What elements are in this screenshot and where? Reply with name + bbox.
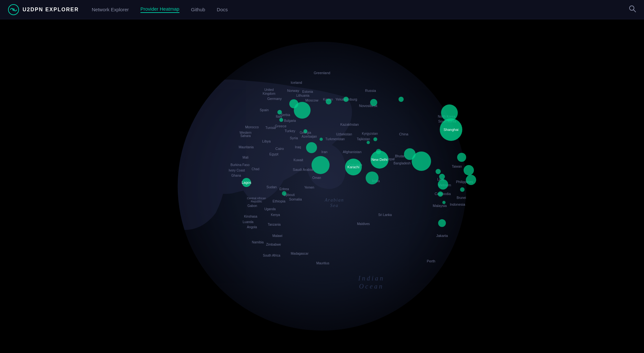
search-button[interactable]: [629, 5, 636, 15]
svg-text:Eritrea: Eritrea: [279, 187, 289, 191]
svg-text:Kenya: Kenya: [271, 213, 280, 217]
svg-text:Central African: Central African: [247, 197, 266, 200]
svg-text:Egypt: Egypt: [269, 152, 278, 156]
svg-text:Oman: Oman: [312, 176, 321, 180]
label-shanghai: Shanghai: [444, 128, 459, 132]
bubble-malaysia: [438, 191, 443, 197]
nav-provider-heatmap[interactable]: Provider Heatmap: [140, 6, 179, 13]
svg-text:Kingdom: Kingdom: [263, 92, 275, 95]
svg-text:Sudan: Sudan: [266, 185, 277, 189]
svg-text:Estonia: Estonia: [302, 90, 313, 93]
svg-text:Arabian: Arabian: [324, 198, 344, 202]
bubble-moscow: [294, 102, 311, 119]
svg-text:Ghana: Ghana: [231, 174, 241, 177]
svg-text:Turkmenistan: Turkmenistan: [325, 137, 345, 141]
svg-text:Mali: Mali: [243, 156, 248, 159]
bubble-kyrgyzstan: [373, 137, 377, 141]
svg-text:Bulgaria: Bulgaria: [284, 119, 296, 123]
svg-text:Iran: Iran: [322, 150, 328, 154]
svg-text:Italy: Italy: [276, 114, 283, 118]
bubble-iran: [320, 138, 323, 141]
svg-text:Moscow: Moscow: [305, 98, 318, 102]
svg-text:Indonesia: Indonesia: [450, 202, 466, 206]
svg-text:Zimbabwe: Zimbabwe: [266, 243, 281, 246]
label-new-delhi: New Delhi: [371, 158, 388, 162]
svg-text:Syria: Syria: [290, 136, 298, 140]
bubble-saudi: [312, 156, 330, 174]
navbar: U2DPN EXPLORER Network Explorer Provider…: [0, 0, 644, 19]
bubble-india: [366, 172, 379, 184]
svg-text:Luanda: Luanda: [243, 220, 254, 224]
globe-svg: Greenland Iceland Norway Russia United K…: [0, 19, 644, 353]
svg-text:Republic: Republic: [251, 200, 262, 203]
bubble-italy: [277, 110, 282, 114]
label-indian-ocean-2: Ocean: [359, 283, 384, 290]
svg-text:Yemen: Yemen: [304, 186, 314, 189]
svg-text:China: China: [399, 132, 409, 136]
bubble-philippines: [464, 165, 474, 175]
bubble-kazan: [326, 99, 332, 104]
svg-text:Bhutan: Bhutan: [395, 154, 405, 158]
svg-text:Uzbekistan: Uzbekistan: [336, 132, 352, 136]
nav-network-explorer[interactable]: Network Explorer: [92, 7, 129, 12]
svg-text:South Africa: South Africa: [263, 254, 280, 257]
bubble-brunei: [460, 187, 465, 192]
svg-text:Somalia: Somalia: [289, 197, 302, 201]
svg-text:Ivory Coast: Ivory Coast: [229, 169, 245, 172]
svg-text:Ethiopia: Ethiopia: [273, 199, 286, 203]
svg-text:Tanzania: Tanzania: [268, 223, 281, 226]
svg-text:Sahara: Sahara: [240, 134, 251, 138]
svg-text:Afghanistan: Afghanistan: [343, 150, 361, 154]
svg-text:Namibia: Namibia: [252, 240, 264, 244]
logo-text: U2DPN EXPLORER: [23, 7, 79, 13]
svg-text:Malawi: Malawi: [272, 234, 282, 238]
svg-text:Kuwait: Kuwait: [293, 158, 303, 162]
nav-github[interactable]: Github: [191, 7, 205, 12]
svg-text:Malaysia: Malaysia: [433, 204, 447, 208]
svg-text:Saudi Arabia: Saudi Arabia: [293, 168, 313, 172]
svg-text:Iceland: Iceland: [291, 81, 302, 84]
svg-text:Tajikistan: Tajikistan: [357, 137, 370, 141]
svg-text:Uganda: Uganda: [264, 207, 275, 211]
bubble-taiwan: [457, 153, 466, 162]
svg-text:Maldives: Maldives: [357, 222, 370, 226]
label-indian-ocean: Indian: [358, 275, 385, 282]
svg-text:Lithuania: Lithuania: [296, 94, 310, 97]
map-container: Greenland Iceland Norway Russia United K…: [0, 19, 644, 353]
svg-text:Morocco: Morocco: [245, 125, 259, 129]
bubble-jakarta: [438, 219, 446, 227]
svg-text:Turkey: Turkey: [284, 129, 295, 133]
svg-text:Mauritius: Mauritius: [316, 261, 330, 265]
bubble-east-india: [412, 152, 431, 171]
svg-text:Angola: Angola: [247, 225, 257, 229]
svg-text:United: United: [264, 88, 274, 92]
svg-text:Madagascar: Madagascar: [291, 252, 309, 255]
logo[interactable]: U2DPN EXPLORER: [8, 4, 79, 15]
svg-text:Libya: Libya: [262, 139, 271, 143]
svg-text:Burkina Faso: Burkina Faso: [231, 163, 250, 167]
svg-text:Gabon: Gabon: [247, 204, 257, 208]
svg-text:Taiwan: Taiwan: [452, 165, 462, 168]
svg-text:Spain: Spain: [260, 108, 269, 112]
bubble-indonesia: [442, 201, 446, 204]
svg-text:Germany: Germany: [267, 97, 282, 101]
bubble-greece: [279, 118, 283, 122]
svg-text:Tunisia: Tunisia: [265, 126, 276, 130]
svg-text:Kinshasa: Kinshasa: [244, 215, 257, 218]
bubble-novosibirsk: [399, 97, 404, 102]
svg-line-3: [633, 10, 636, 12]
nav-links: Network Explorer Provider Heatmap Github…: [92, 6, 629, 13]
svg-text:Kyrgyzstan: Kyrgyzstan: [362, 132, 378, 135]
svg-text:Cairo: Cairo: [275, 147, 284, 151]
bubble-laos: [436, 169, 441, 174]
svg-text:Sea: Sea: [330, 203, 339, 208]
nav-docs[interactable]: Docs: [217, 7, 228, 12]
bubble-east-russia: [370, 99, 377, 106]
bubble-turkey: [306, 142, 317, 153]
label-lagos: Lagos: [242, 181, 251, 184]
svg-text:Azerbaijan: Azerbaijan: [302, 135, 317, 138]
bubble-georgia: [303, 129, 307, 133]
svg-text:Brunei: Brunei: [457, 196, 466, 200]
svg-text:Bangladesh: Bangladesh: [394, 162, 411, 165]
bubble-vietnam: [439, 174, 445, 180]
